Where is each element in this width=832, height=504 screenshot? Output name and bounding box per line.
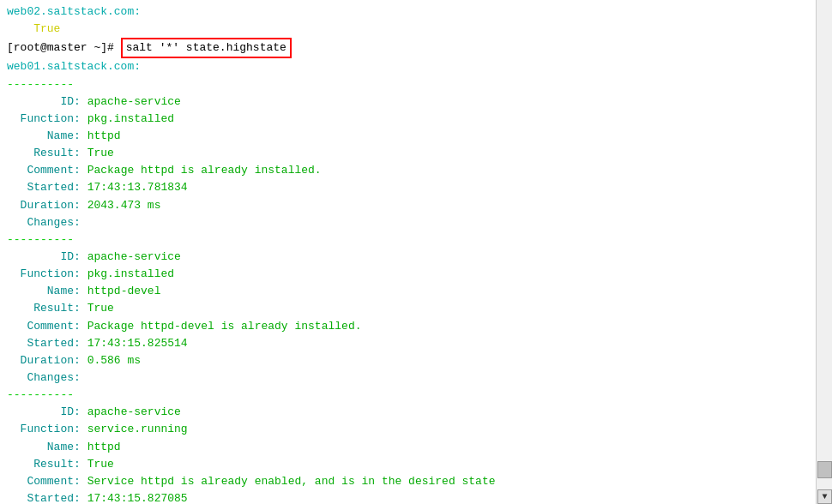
scrollbar-arrow-down[interactable]: ▼: [817, 489, 832, 504]
divider-3: ----------: [7, 387, 809, 404]
command-line: [root@master ~]# salt '*' state.highstat…: [7, 38, 809, 58]
line-true-1: True: [7, 21, 809, 38]
kv-function-2: Function: pkg.installed: [7, 266, 809, 283]
kv-id-2: ID: apache-service: [7, 249, 809, 266]
kv-comment-3: Comment: Service httpd is already enable…: [7, 473, 809, 490]
scrollbar[interactable]: ▼: [816, 0, 832, 504]
kv-changes-1: Changes:: [7, 214, 809, 231]
kv-comment-1: Comment: Package httpd is already instal…: [7, 162, 809, 179]
kv-function-3: Function: service.running: [7, 421, 809, 438]
value-true-1: True: [7, 22, 60, 35]
kv-result-3: Result: True: [7, 456, 809, 473]
kv-result-1: Result: True: [7, 145, 809, 162]
kv-comment-2: Comment: Package httpd-devel is already …: [7, 318, 809, 335]
kv-id-3: ID: apache-service: [7, 404, 809, 421]
scrollbar-thumb[interactable]: [817, 461, 832, 478]
host-web01: web01.saltstack.com:: [7, 60, 141, 73]
kv-duration-1: Duration: 2043.473 ms: [7, 197, 809, 214]
kv-changes-2: Changes:: [7, 369, 809, 387]
line-web01-host: web01.saltstack.com:: [7, 58, 809, 75]
host-web02: web02.saltstack.com:: [7, 5, 141, 18]
terminal: web02.saltstack.com: True [root@master ~…: [0, 0, 816, 504]
kv-name-2: Name: httpd-devel: [7, 283, 809, 300]
kv-duration-2: Duration: 0.586 ms: [7, 352, 809, 369]
kv-name-1: Name: httpd: [7, 128, 809, 145]
kv-started-3: Started: 17:43:15.827085: [7, 490, 809, 504]
kv-result-2: Result: True: [7, 300, 809, 317]
kv-id-1: ID: apache-service: [7, 93, 809, 111]
kv-started-2: Started: 17:43:15.825514: [7, 335, 809, 352]
kv-function-1: Function: pkg.installed: [7, 111, 809, 128]
divider-2: ----------: [7, 231, 809, 249]
kv-started-1: Started: 17:43:13.781834: [7, 179, 809, 196]
command-box: salt '*' state.highstate: [121, 38, 292, 58]
prompt: [root@master ~]#: [7, 39, 121, 57]
divider-1: ----------: [7, 76, 809, 93]
line-web02-host: web02.saltstack.com:: [7, 3, 809, 21]
kv-name-3: Name: httpd: [7, 439, 809, 456]
